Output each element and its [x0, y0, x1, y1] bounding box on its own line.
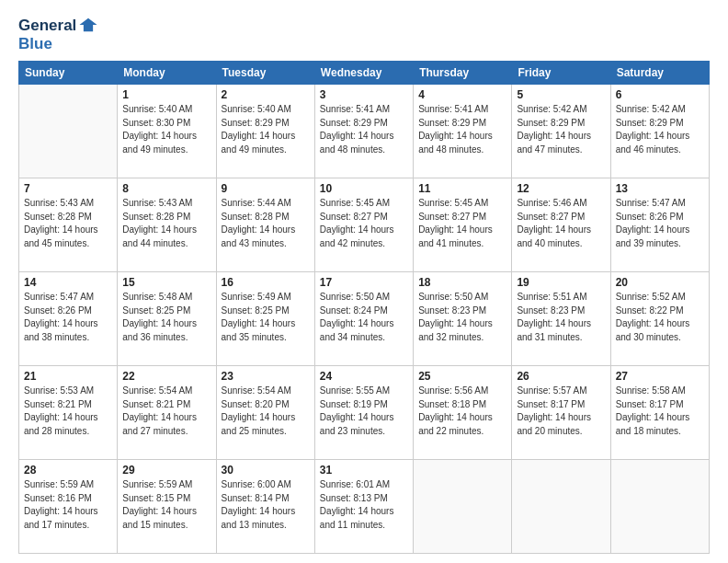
day-info: Sunrise: 5:51 AM Sunset: 8:23 PM Dayligh…	[517, 291, 605, 344]
day-number: 20	[616, 276, 704, 289]
day-number: 3	[320, 88, 408, 101]
day-info: Sunrise: 5:47 AM Sunset: 8:26 PM Dayligh…	[24, 291, 112, 344]
weekday-header: Thursday	[414, 62, 512, 85]
day-info: Sunrise: 5:46 AM Sunset: 8:27 PM Dayligh…	[517, 197, 605, 250]
day-info: Sunrise: 5:59 AM Sunset: 8:15 PM Dayligh…	[122, 478, 210, 532]
calendar-cell: 30Sunrise: 6:00 AM Sunset: 8:14 PM Dayli…	[216, 460, 314, 554]
header: General Blue	[18, 15, 710, 53]
day-number: 31	[320, 464, 408, 477]
day-info: Sunrise: 5:54 AM Sunset: 8:20 PM Dayligh…	[222, 385, 310, 438]
day-number: 12	[517, 182, 605, 195]
logo-icon	[78, 15, 98, 35]
day-number: 7	[24, 182, 112, 195]
calendar-table: SundayMondayTuesdayWednesdayThursdayFrid…	[18, 61, 710, 554]
day-info: Sunrise: 5:56 AM Sunset: 8:18 PM Dayligh…	[418, 385, 506, 438]
calendar-cell: 1Sunrise: 5:40 AM Sunset: 8:30 PM Daylig…	[118, 85, 216, 178]
calendar-cell: 15Sunrise: 5:48 AM Sunset: 8:25 PM Dayli…	[118, 272, 216, 366]
day-number: 8	[122, 182, 210, 195]
calendar-cell: 9Sunrise: 5:44 AM Sunset: 8:28 PM Daylig…	[216, 178, 314, 272]
day-number: 27	[616, 370, 704, 383]
calendar-cell: 22Sunrise: 5:54 AM Sunset: 8:21 PM Dayli…	[118, 366, 216, 460]
calendar-week-row: 21Sunrise: 5:53 AM Sunset: 8:21 PM Dayli…	[19, 366, 710, 460]
calendar-cell: 16Sunrise: 5:49 AM Sunset: 8:25 PM Dayli…	[216, 272, 314, 366]
calendar-cell: 19Sunrise: 5:51 AM Sunset: 8:23 PM Dayli…	[512, 272, 610, 366]
day-number: 24	[320, 370, 408, 383]
logo-general-text: General	[18, 17, 76, 33]
day-number: 14	[24, 276, 112, 289]
day-info: Sunrise: 5:47 AM Sunset: 8:26 PM Dayligh…	[616, 197, 704, 250]
calendar-cell: 26Sunrise: 5:57 AM Sunset: 8:17 PM Dayli…	[512, 366, 610, 460]
day-number: 2	[222, 88, 310, 101]
day-info: Sunrise: 6:00 AM Sunset: 8:14 PM Dayligh…	[222, 478, 310, 532]
day-number: 9	[222, 182, 310, 195]
day-info: Sunrise: 5:50 AM Sunset: 8:24 PM Dayligh…	[320, 291, 408, 344]
day-info: Sunrise: 5:42 AM Sunset: 8:29 PM Dayligh…	[517, 103, 605, 156]
day-info: Sunrise: 5:53 AM Sunset: 8:21 PM Dayligh…	[24, 385, 112, 438]
calendar-cell: 10Sunrise: 5:45 AM Sunset: 8:27 PM Dayli…	[314, 178, 413, 272]
day-info: Sunrise: 5:44 AM Sunset: 8:28 PM Dayligh…	[222, 197, 310, 250]
calendar-cell: 25Sunrise: 5:56 AM Sunset: 8:18 PM Dayli…	[414, 366, 512, 460]
day-number: 28	[24, 464, 112, 477]
day-info: Sunrise: 5:59 AM Sunset: 8:16 PM Dayligh…	[24, 478, 112, 532]
calendar-week-row: 14Sunrise: 5:47 AM Sunset: 8:26 PM Dayli…	[19, 272, 710, 366]
day-info: Sunrise: 5:45 AM Sunset: 8:27 PM Dayligh…	[418, 197, 506, 250]
calendar-week-row: 28Sunrise: 5:59 AM Sunset: 8:16 PM Dayli…	[19, 460, 710, 554]
day-number: 30	[222, 464, 310, 477]
logo: General Blue	[18, 15, 98, 53]
calendar-cell: 18Sunrise: 5:50 AM Sunset: 8:23 PM Dayli…	[414, 272, 512, 366]
weekday-header: Wednesday	[314, 62, 413, 85]
calendar-cell: 6Sunrise: 5:42 AM Sunset: 8:29 PM Daylig…	[610, 85, 709, 178]
day-info: Sunrise: 5:52 AM Sunset: 8:22 PM Dayligh…	[616, 291, 704, 344]
day-number: 19	[517, 276, 605, 289]
day-number: 21	[24, 370, 112, 383]
day-number: 26	[517, 370, 605, 383]
calendar-cell	[610, 460, 709, 554]
day-info: Sunrise: 5:54 AM Sunset: 8:21 PM Dayligh…	[122, 385, 210, 438]
day-info: Sunrise: 5:45 AM Sunset: 8:27 PM Dayligh…	[320, 197, 408, 250]
day-info: Sunrise: 5:42 AM Sunset: 8:29 PM Dayligh…	[616, 103, 704, 156]
day-info: Sunrise: 5:48 AM Sunset: 8:25 PM Dayligh…	[122, 291, 210, 344]
day-number: 16	[222, 276, 310, 289]
calendar-cell: 17Sunrise: 5:50 AM Sunset: 8:24 PM Dayli…	[314, 272, 413, 366]
calendar-cell: 3Sunrise: 5:41 AM Sunset: 8:29 PM Daylig…	[314, 85, 413, 178]
logo-blue-text: Blue	[18, 35, 52, 53]
weekday-header: Friday	[512, 62, 610, 85]
day-info: Sunrise: 5:40 AM Sunset: 8:29 PM Dayligh…	[222, 103, 310, 156]
calendar-cell: 8Sunrise: 5:43 AM Sunset: 8:28 PM Daylig…	[118, 178, 216, 272]
day-info: Sunrise: 5:41 AM Sunset: 8:29 PM Dayligh…	[320, 103, 408, 156]
day-number: 17	[320, 276, 408, 289]
calendar-cell: 31Sunrise: 6:01 AM Sunset: 8:13 PM Dayli…	[314, 460, 413, 554]
day-info: Sunrise: 5:49 AM Sunset: 8:25 PM Dayligh…	[222, 291, 310, 344]
day-info: Sunrise: 5:43 AM Sunset: 8:28 PM Dayligh…	[24, 197, 112, 250]
calendar-cell	[19, 85, 118, 178]
calendar-cell: 29Sunrise: 5:59 AM Sunset: 8:15 PM Dayli…	[118, 460, 216, 554]
calendar-cell: 21Sunrise: 5:53 AM Sunset: 8:21 PM Dayli…	[19, 366, 118, 460]
day-info: Sunrise: 5:40 AM Sunset: 8:30 PM Dayligh…	[122, 103, 210, 156]
calendar-cell: 7Sunrise: 5:43 AM Sunset: 8:28 PM Daylig…	[19, 178, 118, 272]
calendar-cell: 5Sunrise: 5:42 AM Sunset: 8:29 PM Daylig…	[512, 85, 610, 178]
calendar-cell: 23Sunrise: 5:54 AM Sunset: 8:20 PM Dayli…	[216, 366, 314, 460]
day-info: Sunrise: 5:58 AM Sunset: 8:17 PM Dayligh…	[616, 385, 704, 438]
day-number: 15	[122, 276, 210, 289]
day-number: 10	[320, 182, 408, 195]
day-number: 1	[122, 88, 210, 101]
day-info: Sunrise: 5:55 AM Sunset: 8:19 PM Dayligh…	[320, 385, 408, 438]
day-info: Sunrise: 6:01 AM Sunset: 8:13 PM Dayligh…	[320, 478, 408, 532]
day-number: 18	[418, 276, 506, 289]
day-info: Sunrise: 5:41 AM Sunset: 8:29 PM Dayligh…	[418, 103, 506, 156]
day-number: 25	[418, 370, 506, 383]
weekday-header: Tuesday	[216, 62, 314, 85]
calendar-cell: 2Sunrise: 5:40 AM Sunset: 8:29 PM Daylig…	[216, 85, 314, 178]
calendar-week-row: 7Sunrise: 5:43 AM Sunset: 8:28 PM Daylig…	[19, 178, 710, 272]
calendar-cell: 24Sunrise: 5:55 AM Sunset: 8:19 PM Dayli…	[314, 366, 413, 460]
calendar-cell: 4Sunrise: 5:41 AM Sunset: 8:29 PM Daylig…	[414, 85, 512, 178]
day-number: 23	[222, 370, 310, 383]
day-number: 11	[418, 182, 506, 195]
calendar-week-row: 1Sunrise: 5:40 AM Sunset: 8:30 PM Daylig…	[19, 85, 710, 178]
day-number: 29	[122, 464, 210, 477]
calendar-cell: 13Sunrise: 5:47 AM Sunset: 8:26 PM Dayli…	[610, 178, 709, 272]
day-number: 13	[616, 182, 704, 195]
page: General Blue SundayMondayTuesdayWednesda…	[0, 0, 728, 563]
calendar-cell: 12Sunrise: 5:46 AM Sunset: 8:27 PM Dayli…	[512, 178, 610, 272]
weekday-header: Sunday	[19, 62, 118, 85]
